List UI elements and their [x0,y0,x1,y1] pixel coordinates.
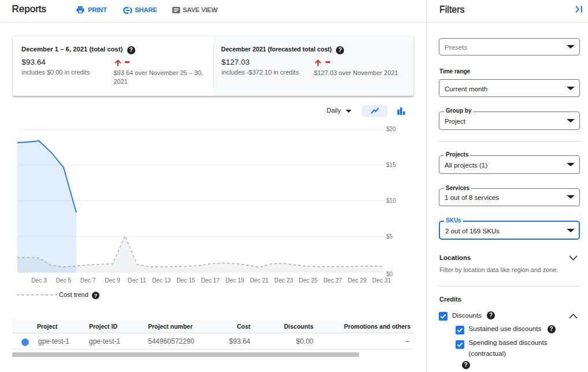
svg-text:$10: $10 [386,198,396,204]
svg-text:Dec 5: Dec 5 [56,277,71,284]
svg-text:Dec 25: Dec 25 [299,277,318,284]
svg-text:Dec 17: Dec 17 [201,277,220,284]
svg-text:Dec 31: Dec 31 [372,277,391,284]
svg-text:Dec 29: Dec 29 [348,277,367,284]
svg-text:Dec 9: Dec 9 [105,277,120,284]
svg-text:Dec 7: Dec 7 [80,277,96,284]
svg-text:Dec 15: Dec 15 [176,277,195,284]
svg-text:Dec 23: Dec 23 [275,277,294,284]
svg-text:Dec 3: Dec 3 [31,277,47,284]
svg-text:$5: $5 [386,233,393,240]
svg-text:Dec 13: Dec 13 [152,277,171,284]
svg-text:$15: $15 [386,162,396,168]
svg-text:Dec 27: Dec 27 [323,277,342,284]
svg-text:$20: $20 [386,126,396,132]
svg-text:Dec 19: Dec 19 [225,277,245,284]
svg-text:Dec 11: Dec 11 [128,277,146,284]
svg-text:Dec 21: Dec 21 [250,277,269,284]
svg-text:$0: $0 [386,271,393,277]
